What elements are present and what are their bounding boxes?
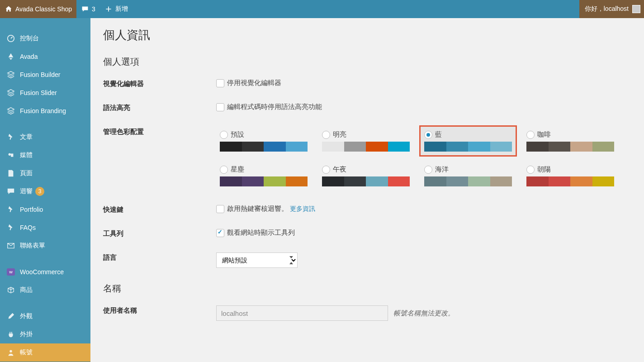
- scheme-swatches: [220, 142, 308, 152]
- scheme-swatches: [220, 176, 308, 186]
- color-scheme-option[interactable]: 預設: [216, 127, 311, 155]
- sidebar-item-dashboard[interactable]: 控制台: [0, 29, 90, 48]
- scheme-swatches: [424, 176, 512, 186]
- scheme-label: 預設: [231, 130, 244, 139]
- label-hotkeys: 快速鍵: [103, 205, 216, 214]
- scheme-swatches: [526, 176, 614, 186]
- comment-icon: [81, 5, 89, 13]
- mail-icon: [6, 241, 15, 250]
- sidebar-item-contact[interactable]: 聯絡表單: [0, 237, 90, 255]
- admin-bar: Avada Classic Shop 3 新增 你好，localhost: [0, 0, 644, 18]
- link-more-info[interactable]: 更多資訊: [290, 205, 315, 212]
- scheme-label: 咖啡: [537, 130, 551, 139]
- scheme-swatches: [322, 142, 410, 152]
- admin-sidebar: 控制台 Avada Fusion Builder Fusion Slider F…: [0, 18, 90, 362]
- sidebar-item-faqs[interactable]: FAQs: [0, 219, 90, 237]
- scheme-swatches: [526, 142, 614, 152]
- color-scheme-option[interactable]: 明亮: [318, 127, 413, 155]
- sidebar-item-avada[interactable]: Avada: [0, 48, 90, 66]
- cb-label: 編輯程式碼時停用語法高亮功能: [227, 103, 322, 110]
- scheme-label: 午夜: [333, 165, 346, 174]
- sidebar-item-comments[interactable]: 迴響3: [0, 182, 90, 200]
- sidebar-item-posts[interactable]: 文章: [0, 128, 90, 146]
- select-language[interactable]: 網站預設: [216, 252, 298, 268]
- checkbox-disable-visual-editor[interactable]: [216, 79, 224, 87]
- gauge-icon: [6, 34, 15, 43]
- checkbox-hotkeys[interactable]: [216, 205, 224, 213]
- color-scheme-option[interactable]: 星塵: [216, 162, 311, 190]
- content-area: 個人資訊 個人選項 視覺化編輯器 停用視覺化編輯器 語法高亮 編輯程式碼時停用語…: [90, 18, 644, 362]
- radio-scheme[interactable]: [424, 166, 432, 174]
- section-name: 名稱: [103, 282, 631, 295]
- add-new-label: 新增: [115, 5, 128, 13]
- pin-icon: [6, 223, 15, 232]
- label-toolbar: 工具列: [103, 229, 216, 238]
- brush-icon: [6, 312, 15, 321]
- sidebar-item-fusion-builder[interactable]: Fusion Builder: [0, 66, 90, 84]
- sidebar-item-fusion-slider[interactable]: Fusion Slider: [0, 84, 90, 102]
- color-scheme-option[interactable]: 咖啡: [523, 127, 618, 155]
- label-language: 語言: [103, 252, 216, 268]
- comments-badge: 3: [35, 187, 44, 196]
- sidebar-item-products[interactable]: 商品: [0, 281, 90, 299]
- label-color-scheme: 管理色彩配置: [103, 127, 216, 190]
- sidebar-item-appearance[interactable]: 外觀: [0, 307, 90, 325]
- color-scheme-option[interactable]: 朝陽: [523, 162, 618, 190]
- fusion-icon: [6, 88, 15, 97]
- sidebar-item-users[interactable]: 帳號: [0, 343, 90, 362]
- avada-icon: [6, 52, 15, 61]
- site-link[interactable]: Avada Classic Shop: [0, 0, 76, 18]
- sidebar-item-pages[interactable]: 頁面: [0, 164, 90, 182]
- label-syntax: 語法高亮: [103, 103, 216, 112]
- color-scheme-option[interactable]: 午夜: [318, 162, 413, 190]
- radio-scheme[interactable]: [526, 131, 535, 139]
- radio-scheme[interactable]: [220, 166, 228, 174]
- sidebar-item-media[interactable]: 媒體: [0, 146, 90, 164]
- add-new-link[interactable]: 新增: [100, 0, 133, 18]
- color-scheme-option[interactable]: 藍: [421, 127, 516, 155]
- sidebar-item-portfolio[interactable]: Portfolio: [0, 200, 90, 219]
- comments-link[interactable]: 3: [76, 0, 100, 18]
- svg-point-1: [9, 153, 11, 156]
- comment-icon: [6, 187, 15, 196]
- page-icon: [6, 169, 15, 178]
- cb-label: 啟用熱鍵審核迴響。: [227, 205, 288, 212]
- checkbox-disable-syntax[interactable]: [216, 103, 224, 111]
- box-icon: [6, 286, 15, 295]
- scheme-label: 藍: [435, 130, 442, 139]
- color-scheme-option[interactable]: 海洋: [421, 162, 516, 190]
- radio-scheme[interactable]: [322, 131, 330, 139]
- radio-scheme[interactable]: [322, 166, 330, 174]
- home-icon: [5, 5, 13, 13]
- radio-scheme[interactable]: [424, 131, 432, 139]
- greeting-text: 你好，localhost: [585, 5, 629, 13]
- pin-icon: [6, 205, 15, 214]
- sidebar-item-woocommerce[interactable]: WWooCommerce: [0, 263, 90, 281]
- cb-label: 觀看網站時顯示工具列: [227, 229, 295, 236]
- media-icon: [6, 151, 15, 160]
- input-username: [216, 305, 388, 321]
- scheme-swatches: [424, 142, 512, 152]
- account-link[interactable]: 你好，localhost: [579, 0, 644, 18]
- radio-scheme[interactable]: [526, 166, 535, 174]
- scheme-label: 明亮: [333, 130, 346, 139]
- cb-label: 停用視覺化編輯器: [227, 79, 281, 86]
- scheme-swatches: [322, 176, 410, 186]
- comments-count: 3: [92, 5, 95, 13]
- label-visual-editor: 視覺化編輯器: [103, 79, 216, 88]
- sidebar-item-fusion-branding[interactable]: Fusion Branding: [0, 102, 90, 120]
- svg-point-2: [9, 350, 12, 352]
- page-title: 個人資訊: [103, 27, 631, 43]
- fusion-icon: [6, 70, 15, 79]
- avatar: [632, 5, 640, 13]
- radio-scheme[interactable]: [220, 131, 228, 139]
- username-note: 帳號名稱無法更改。: [393, 309, 455, 318]
- fusion-icon: [6, 106, 15, 115]
- user-icon: [6, 348, 15, 357]
- sidebar-item-plugins[interactable]: 外掛: [0, 325, 90, 343]
- color-schemes: 預設明亮藍咖啡星塵午夜海洋朝陽: [216, 127, 631, 190]
- pin-icon: [6, 133, 15, 142]
- checkbox-show-toolbar[interactable]: [216, 229, 224, 237]
- woo-icon: W: [6, 267, 15, 276]
- label-username: 使用者名稱: [103, 305, 216, 321]
